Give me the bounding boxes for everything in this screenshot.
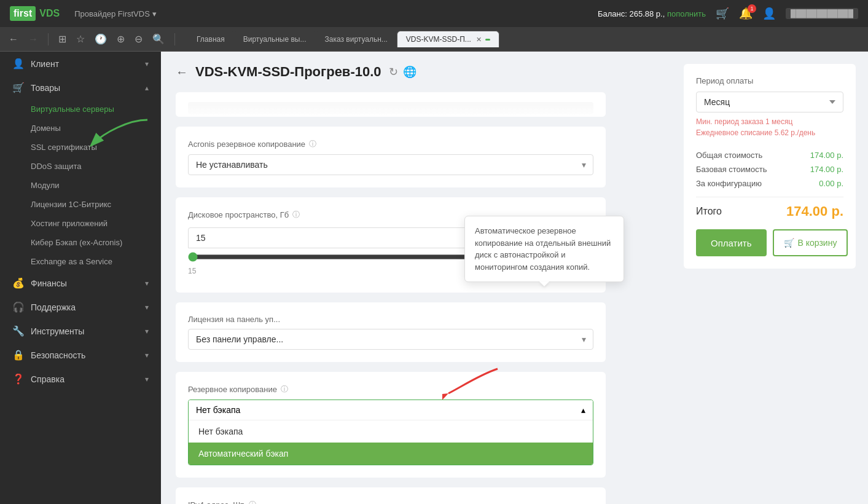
- pay-button[interactable]: Оплатить: [696, 229, 767, 256]
- user-menu-button[interactable]: 👤: [762, 7, 776, 20]
- base-cost-row: Базовая стоимость 174.00 р.: [696, 162, 843, 176]
- right-panel: Период оплаты Месяц 3 месяца 6 месяцев Г…: [671, 52, 868, 504]
- config-cost-row: За конфигурацию 0.00 р.: [696, 176, 843, 191]
- tabs-row: Главная Виртуальные вы... Заказ виртуаль…: [187, 31, 499, 47]
- security-icon: 🔒: [12, 349, 25, 361]
- globe-icon[interactable]: 🌐: [403, 65, 416, 79]
- browser-bar: ← → ⊞ ☆ 🕐 ⊕ ⊖ 🔍 Главная Виртуальные вы..…: [0, 27, 868, 52]
- backup-option-none[interactable]: Нет бэкапа: [189, 420, 593, 443]
- tab-virtual[interactable]: Виртуальные вы...: [234, 31, 316, 47]
- user-icon: 👤: [12, 58, 25, 69]
- replenish-link[interactable]: пополнить: [667, 9, 706, 18]
- forward-nav-button[interactable]: →: [26, 31, 41, 47]
- tab-order[interactable]: Заказ виртуальн...: [316, 31, 397, 47]
- tab-home[interactable]: Главная: [187, 31, 234, 47]
- tab-vds-label: VDS-KVM-SSD-П...: [406, 35, 471, 44]
- sidebar-item-modules[interactable]: Модули: [31, 176, 161, 195]
- sidebar-item-exchange[interactable]: Exchange as a Service: [31, 252, 161, 271]
- search-button[interactable]: 🔍: [150, 31, 167, 47]
- sidebar-finance-label: Финансы: [31, 278, 67, 288]
- backup-option-none-label: Нет бэкапа: [198, 427, 243, 436]
- price-rows: Общая стоимость 174.00 р. Базовая стоимо…: [696, 148, 843, 191]
- separator2: [174, 33, 175, 45]
- backup-option-auto[interactable]: Автоматический бэкап: [189, 443, 593, 465]
- base-cost-label: Базовая стоимость: [696, 165, 767, 174]
- sidebar-item-domains[interactable]: Домены: [31, 119, 161, 138]
- sidebar-item-bitrix[interactable]: Лицензии 1С-Битрикс: [31, 195, 161, 214]
- acronis-info-icon[interactable]: ⓘ: [309, 139, 316, 149]
- logo-icon: first: [10, 6, 36, 21]
- sidebar-support-label: Поддержка: [31, 302, 76, 312]
- sidebar-item-products[interactable]: 🛒 Товары ▴: [0, 76, 161, 100]
- cart-button[interactable]: 🛒 В корзину: [773, 229, 848, 256]
- disk-info-icon[interactable]: ⓘ: [292, 210, 300, 220]
- disk-min-label: 15: [188, 267, 196, 275]
- sidebar-item-help[interactable]: ❓ Справка ▾: [0, 367, 161, 391]
- logo: first VDS: [10, 6, 60, 21]
- sidebar-item-tools[interactable]: 🔧 Инструменты ▾: [0, 319, 161, 343]
- new-tab-button[interactable]: ⊕: [114, 31, 127, 47]
- total-cost-row: Общая стоимость 174.00 р.: [696, 148, 843, 162]
- top-bar: first VDS Провайдер FirstVDS ▾ Баланс: 2…: [0, 0, 868, 27]
- license-label: Лицензия на панель уп...: [188, 315, 593, 324]
- chevron-down-icon: ▾: [145, 303, 149, 312]
- top-partial-section: [176, 92, 606, 117]
- page-back-button[interactable]: ←: [176, 65, 188, 79]
- chevron-down-icon: ▾: [145, 60, 149, 68]
- cart-button[interactable]: 🛒: [716, 7, 729, 20]
- tab-vds[interactable]: VDS-KVM-SSD-П... ✕: [397, 31, 499, 47]
- sidebar-help-label: Справка: [31, 374, 65, 384]
- page-title-row: ← VDS-KVM-SSD-Прогрев-10.0 ↻ 🌐: [176, 64, 657, 80]
- balance-info: Баланс: 265.88 р., пополнить: [598, 9, 706, 18]
- sidebar-item-client[interactable]: 👤 Клиент ▾: [0, 52, 161, 76]
- tools-icon: 🔧: [12, 325, 25, 337]
- period-select[interactable]: Месяц 3 месяца 6 месяцев Год: [696, 92, 843, 112]
- sidebar-item-security[interactable]: 🔒 Безопасность ▾: [0, 343, 161, 367]
- backup-dropdown-header[interactable]: Нет бэкапа ▴: [189, 400, 593, 420]
- period-label: Период оплаты: [696, 76, 843, 85]
- balance-amount: 265.88 р.,: [630, 9, 665, 18]
- tab-close-button[interactable]: ✕: [476, 36, 482, 44]
- disk-section: Дисковое пространство, Гб ⓘ 15 Автоматич…: [176, 197, 606, 293]
- backup-info-icon[interactable]: ⓘ: [281, 384, 288, 395]
- close-tab-button[interactable]: ⊖: [132, 31, 145, 47]
- backup-label-text: Резервное копирование: [188, 385, 277, 394]
- divider: [696, 197, 843, 197]
- sidebar-item-support[interactable]: 🎧 Поддержка ▾: [0, 295, 161, 319]
- base-cost-val: 174.00 р.: [810, 165, 843, 174]
- help-icon: ❓: [12, 373, 25, 385]
- sidebar-item-ddos[interactable]: DDoS защита: [31, 157, 161, 176]
- license-select-wrapper: Без панели управле...: [188, 329, 593, 350]
- ipv4-info-icon[interactable]: ⓘ: [249, 500, 256, 504]
- sidebar-item-finance[interactable]: 💰 Финансы ▾: [0, 271, 161, 295]
- provider-button[interactable]: Провайдер FirstVDS ▾: [74, 9, 157, 18]
- history-button[interactable]: 🕐: [92, 31, 109, 47]
- sidebar-item-hosting[interactable]: Хостинг приложений: [31, 214, 161, 233]
- total-cost-label: Общая стоимость: [696, 151, 762, 160]
- backup-selected-label: Нет бэкапа: [196, 405, 240, 415]
- back-nav-button[interactable]: ←: [6, 31, 21, 47]
- sidebar-item-cyber[interactable]: Кибер Бэкап (ex-Acronis): [31, 233, 161, 252]
- license-section: Лицензия на панель уп... Без панели упра…: [176, 302, 606, 362]
- support-icon: 🎧: [12, 301, 25, 313]
- acronis-section: Acronis резервное копирование ⓘ Не устан…: [176, 127, 606, 187]
- backup-dropdown: Нет бэкапа ▴ Нет бэкапа Автоматический б…: [188, 400, 593, 465]
- tab-order-label: Заказ виртуальн...: [325, 35, 388, 44]
- license-select[interactable]: Без панели управле...: [188, 329, 593, 350]
- bookmark-star-button[interactable]: ☆: [74, 31, 87, 47]
- min-period-note: Мин. период заказа 1 месяц: [696, 116, 843, 127]
- sidebar-tools-label: Инструменты: [31, 326, 84, 336]
- acronis-label-text: Acronis резервное копирование: [188, 140, 305, 149]
- notification-badge: 1: [748, 4, 756, 13]
- logo-vds: VDS: [39, 8, 60, 19]
- acronis-select[interactable]: Не устанавливать: [188, 154, 593, 175]
- sidebar-item-ssl[interactable]: SSL сертификаты: [31, 138, 161, 157]
- chevron-down-icon: ▾: [152, 9, 157, 18]
- backup-label: Резервное копирование ⓘ: [188, 384, 593, 395]
- config-cost-val: 0.00 р.: [819, 179, 843, 188]
- sidebar-item-virtual-servers[interactable]: Виртуальные серверы: [31, 100, 161, 119]
- notifications-button[interactable]: 🔔 1: [739, 7, 753, 20]
- bookmarks-button[interactable]: ⊞: [56, 31, 69, 47]
- daily-note: Ежедневное списание 5.62 р./день: [696, 127, 843, 138]
- refresh-icon[interactable]: ↻: [389, 65, 398, 79]
